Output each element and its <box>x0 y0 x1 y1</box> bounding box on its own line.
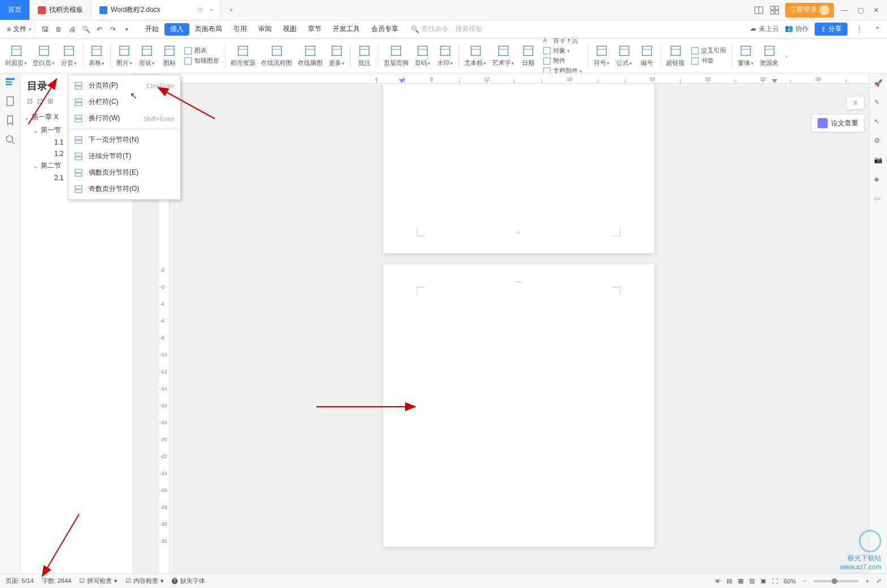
dropdown-item-section-even[interactable]: 偶数页分节符(E) <box>68 164 180 181</box>
ribbon-item[interactable]: A首字下沉 <box>543 38 582 45</box>
fit-icon[interactable]: ⛶ <box>772 578 778 585</box>
view-web-icon[interactable]: ▦ <box>738 577 743 585</box>
fullscreen-icon[interactable]: ⤢ <box>876 577 881 585</box>
ribbon-item[interactable]: 附件 <box>543 56 582 65</box>
redo-icon[interactable]: ↷ <box>107 23 119 36</box>
ribbon-符号[interactable]: 符号 <box>590 38 613 73</box>
ribbon-在线脑图[interactable]: 在线脑图 <box>295 38 325 73</box>
ribbon-空白页[interactable]: 空白页 <box>30 38 58 73</box>
bookmark-tab-icon[interactable] <box>5 115 15 125</box>
ribbon-item[interactable]: 图表 <box>184 46 219 55</box>
print-preview-icon[interactable]: 🔍 <box>80 23 92 36</box>
undo-icon[interactable]: ↶ <box>93 23 106 36</box>
horizontal-ruler[interactable]: 46812182428323640 <box>162 73 870 84</box>
menu-tab-0[interactable]: 开始 <box>140 20 164 38</box>
ribbon-item[interactable]: 书签 <box>691 56 726 65</box>
ribbon-艺术字[interactable]: 艺术字 <box>489 38 517 73</box>
layout-icon[interactable] <box>754 5 764 15</box>
ribbon-图片[interactable]: 图片 <box>113 38 136 73</box>
grid-icon[interactable] <box>769 5 780 15</box>
close-window-button[interactable]: ✕ <box>871 5 881 15</box>
menu-tab-6[interactable]: 章节 <box>302 20 327 38</box>
new-tab-button[interactable]: ＋ <box>221 5 241 15</box>
outline-collapse-icon[interactable]: ⊟ <box>27 97 33 105</box>
ribbon-分页[interactable]: 分页 <box>58 38 80 73</box>
settings-icon[interactable]: ⚙ <box>874 137 883 146</box>
zoom-out-button[interactable]: － <box>802 577 808 585</box>
clipboard-tab-icon[interactable] <box>5 96 15 106</box>
ribbon-图标[interactable]: 图标 <box>158 38 181 73</box>
dropdown-item-section-odd[interactable]: 奇数页分节符(O) <box>68 181 180 197</box>
ribbon-稻壳资源[interactable]: 稻壳资源 <box>228 38 258 73</box>
pointer-icon[interactable]: ↖ <box>874 117 883 127</box>
print-icon[interactable]: 🖨 <box>66 23 79 36</box>
zoom-slider[interactable] <box>814 580 859 582</box>
zoom-in-button[interactable]: ＋ <box>864 577 871 585</box>
camera-icon[interactable]: 📷 <box>874 156 883 165</box>
ribbon-水印[interactable]: 水印 <box>434 38 456 73</box>
tab-home[interactable]: 首页 <box>0 0 30 20</box>
spell-check-toggle[interactable]: ☑ 拼写检查 ▾ <box>79 577 118 585</box>
cloud-status[interactable]: ☁未上云 <box>750 24 779 34</box>
book-icon[interactable]: ▭ <box>874 194 883 203</box>
tab-document[interactable]: Word教程2.docx ⟳ • <box>92 0 221 20</box>
float-toggle-button[interactable]: ≡ <box>846 96 864 110</box>
ribbon-日期[interactable]: 日期 <box>517 38 540 73</box>
paper-check-button[interactable]: 论文查重 <box>811 114 864 132</box>
ribbon-文本框[interactable]: 文本框 <box>462 38 489 73</box>
eye-icon[interactable]: 👁 <box>715 578 721 585</box>
view-page-icon[interactable]: ▤ <box>727 577 732 585</box>
ribbon-公式[interactable]: 公式 <box>613 38 636 73</box>
file-menu[interactable]: ≡ 文件 ▾ <box>3 24 36 34</box>
command-search[interactable]: 🔍 查找命令、搜索模板 <box>411 24 482 34</box>
menu-tab-2[interactable]: 页面布局 <box>189 20 228 38</box>
zoom-value[interactable]: 60% <box>784 578 796 585</box>
ribbon-表格[interactable]: 表格 <box>85 38 108 73</box>
collapse-ribbon-icon[interactable]: ⌃ <box>871 23 884 36</box>
minimize-button[interactable]: ― <box>840 5 850 15</box>
login-button[interactable]: 立即登录 <box>785 3 834 18</box>
pencil-icon[interactable]: ✎ <box>874 98 883 107</box>
ribbon-overflow-icon[interactable]: › <box>781 38 792 73</box>
ribbon-更多[interactable]: 更多 <box>325 38 348 73</box>
menu-tab-8[interactable]: 会员专享 <box>366 20 404 38</box>
ribbon-窗体[interactable]: 窗体 <box>734 38 757 73</box>
ribbon-item[interactable]: 交叉引用 <box>691 46 726 55</box>
document-page[interactable]: ＋ <box>383 84 654 253</box>
ribbon-item[interactable]: 对象 ▾ <box>543 46 582 55</box>
menu-tab-4[interactable]: 审阅 <box>253 20 277 38</box>
word-count[interactable]: 字数: 2844 <box>42 577 72 585</box>
maximize-button[interactable]: ▢ <box>855 5 866 15</box>
menu-tab-3[interactable]: 引用 <box>228 20 253 38</box>
ribbon-超链接[interactable]: 超链接 <box>663 38 688 73</box>
dropdown-item-line-break[interactable]: 换行符(W)Shift+Enter <box>68 110 180 127</box>
menu-tab-1[interactable]: 插入 <box>164 23 189 36</box>
outline-expand-icon[interactable]: ⊡ <box>37 97 43 105</box>
ribbon-在线流程图[interactable]: 在线流程图 <box>258 38 295 73</box>
ribbon-页码[interactable]: 页码 <box>411 38 434 73</box>
ribbon-形状[interactable]: 形状 <box>136 38 158 73</box>
ribbon-批注[interactable]: 批注 <box>353 38 376 73</box>
search-tab-icon[interactable] <box>5 134 15 145</box>
rocket-icon[interactable]: 🚀 <box>874 79 883 88</box>
ribbon-资源夹[interactable]: 资源夹 <box>757 38 781 73</box>
ribbon-编号[interactable]: 编号 <box>636 38 658 73</box>
menu-tab-5[interactable]: 视图 <box>277 20 302 38</box>
outline-tab-icon[interactable] <box>5 77 15 87</box>
location-icon[interactable]: ◈ <box>874 175 883 184</box>
collab-button[interactable]: 👥协作 <box>785 24 809 34</box>
save-icon[interactable]: 🖫 <box>39 23 51 36</box>
ribbon-item[interactable]: 文档部件 ▾ <box>543 67 582 73</box>
qat-dropdown-icon[interactable]: ▾ <box>120 23 133 36</box>
dropdown-item-section-next[interactable]: 下一页分节符(N) <box>68 132 180 148</box>
outline-add-icon[interactable]: ⊞ <box>47 97 53 105</box>
ribbon-页眉页脚[interactable]: 页眉页脚 <box>381 38 411 73</box>
save-as-icon[interactable]: 🗎 <box>53 23 65 36</box>
more-menu-icon[interactable]: ⋮ <box>853 23 866 36</box>
page-indicator[interactable]: 页面: 5/14 <box>6 577 34 585</box>
document-page[interactable] <box>383 264 654 547</box>
dropdown-item-column-break[interactable]: 分栏符(C) <box>68 94 180 110</box>
dropdown-item-page-break[interactable]: 分页符(P)Ctrl+Enter <box>68 77 180 94</box>
view-outline-icon[interactable]: ▥ <box>749 577 755 585</box>
menu-tab-7[interactable]: 开发工具 <box>327 20 366 38</box>
